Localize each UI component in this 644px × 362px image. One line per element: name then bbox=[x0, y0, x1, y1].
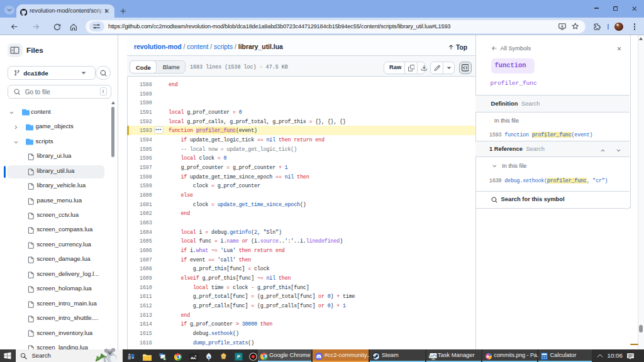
svg-text:P: P bbox=[237, 354, 240, 359]
